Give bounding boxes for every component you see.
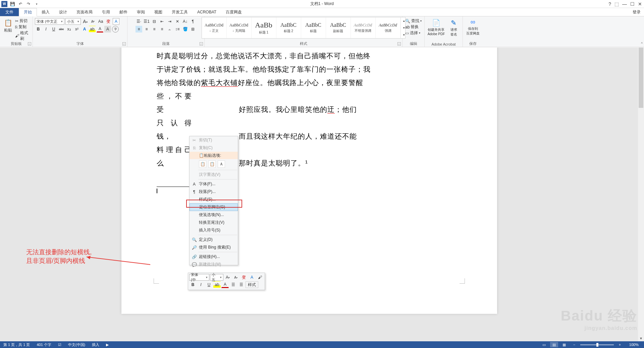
- scroll-thumb[interactable]: [639, 48, 643, 108]
- undo-icon[interactable]: ↶: [17, 1, 23, 7]
- strike-button[interactable]: abc: [58, 26, 65, 32]
- tab-home[interactable]: 开始: [19, 8, 37, 16]
- qat-customize-icon[interactable]: ▾: [34, 1, 40, 7]
- align-right-button[interactable]: ≡: [151, 26, 158, 32]
- login-link[interactable]: 登录: [633, 8, 644, 16]
- create-pdf-button[interactable]: 📄 创建并共享Adobe PDF: [427, 18, 446, 38]
- bullets-button[interactable]: ☰·: [136, 18, 142, 25]
- paste-button[interactable]: 📋 粘贴: [2, 18, 14, 42]
- tab-mailings[interactable]: 邮件: [115, 8, 132, 16]
- view-read-icon[interactable]: ▭: [540, 342, 548, 347]
- status-macro-icon[interactable]: ▶: [103, 343, 112, 347]
- styles-gallery[interactable]: AaBbCcDd↓ 正文 AaBbCcDd↓ 无间隔 AaBb标题 1 AaBb…: [202, 17, 406, 39]
- paste-merge-format[interactable]: 📋: [208, 160, 216, 168]
- mini-styles[interactable]: 样式: [246, 281, 258, 288]
- request-sign-button[interactable]: ✎ 请求签名: [447, 18, 461, 38]
- mini-shrink-font[interactable]: A▾: [232, 274, 239, 281]
- style-emphasis[interactable]: AaBbCcDd强调: [376, 17, 400, 38]
- ctx-paragraph[interactable]: ¶段落(P)...: [190, 188, 238, 196]
- multilevel-button[interactable]: ⊟: [151, 18, 158, 25]
- paste-text-only[interactable]: Ａ: [218, 160, 225, 168]
- mini-underline[interactable]: U: [205, 281, 213, 288]
- borders-button[interactable]: ⊞: [190, 26, 196, 32]
- mini-italic[interactable]: I: [197, 281, 205, 288]
- tab-design[interactable]: 设计: [54, 8, 72, 16]
- text-direction-button[interactable]: ✕: [174, 18, 181, 25]
- highlight-button[interactable]: ab: [89, 26, 96, 32]
- phonetic-button[interactable]: 变: [105, 18, 112, 25]
- line-spacing-button[interactable]: ↕≡: [174, 26, 181, 32]
- styles-launcher[interactable]: ⌐: [397, 42, 401, 46]
- zoom-out-icon[interactable]: −: [570, 342, 578, 347]
- bold-button[interactable]: B: [35, 26, 42, 32]
- font-launcher[interactable]: ⌐: [122, 42, 126, 46]
- ctx-insert-symbol[interactable]: 插入符号(S): [190, 226, 238, 234]
- mini-clear-format[interactable]: 🖌: [256, 274, 264, 281]
- paragraph-launcher[interactable]: ⌐: [200, 42, 203, 46]
- justify-button[interactable]: ≡: [159, 26, 165, 32]
- mini-bullets[interactable]: ☰: [229, 281, 237, 288]
- shrink-font-button[interactable]: A▾: [90, 18, 96, 25]
- tab-acrobat[interactable]: ACROBAT: [193, 8, 221, 16]
- ctx-goto-footnote[interactable]: 定位至脚注(G): [190, 203, 238, 211]
- char-border-button[interactable]: A: [113, 18, 119, 25]
- zoom-in-icon[interactable]: +: [616, 342, 624, 347]
- text-effects-button[interactable]: A: [81, 26, 88, 32]
- tab-developer[interactable]: 开发工具: [167, 8, 193, 16]
- style-title[interactable]: AaBbC标题: [301, 17, 326, 38]
- redo-icon[interactable]: ↷: [25, 1, 32, 7]
- ctx-define[interactable]: 🔍定义(D): [190, 236, 238, 243]
- distribute-button[interactable]: ⫠: [166, 26, 173, 32]
- style-subtle-emphasis[interactable]: AaBbCcDd不明显强调: [351, 17, 376, 38]
- vertical-scrollbar[interactable]: ▴ ▾: [638, 48, 644, 341]
- select-button[interactable]: ▭选择▾: [405, 30, 422, 36]
- tab-baidu[interactable]: 百度网盘: [221, 8, 247, 16]
- ctx-note-options[interactable]: 便笺选项(N)...: [190, 211, 238, 219]
- char-shading-button[interactable]: A: [104, 26, 111, 32]
- font-size-combo[interactable]: 小五: [65, 18, 81, 25]
- tab-review[interactable]: 审阅: [132, 8, 150, 16]
- status-proof-icon[interactable]: ☑: [55, 343, 65, 347]
- shading-button[interactable]: 🪣: [182, 26, 189, 32]
- decrease-indent-button[interactable]: ⇤: [159, 18, 165, 25]
- replace-button[interactable]: ab替换: [405, 24, 422, 30]
- mini-format-painter[interactable]: A: [248, 274, 256, 281]
- zoom-level[interactable]: 100%: [626, 343, 642, 347]
- collapse-ribbon-icon[interactable]: ^: [641, 42, 643, 46]
- cut-button[interactable]: ✂剪切: [15, 18, 31, 24]
- underline-button[interactable]: U: [50, 26, 57, 32]
- mini-phonetic[interactable]: 变: [240, 274, 248, 281]
- mini-size-combo[interactable]: 小五: [210, 274, 223, 281]
- increase-indent-button[interactable]: ⇥: [166, 18, 173, 25]
- align-center-button[interactable]: ≡: [143, 26, 150, 32]
- status-lang[interactable]: 中文(中国): [65, 342, 89, 347]
- minimize-icon[interactable]: —: [622, 1, 627, 7]
- document-page[interactable]: 时真是聪明过分，总觉他说话不大漂亮，非自己插嘴不可，但他终 于讲定了价钱；就送我…: [121, 48, 497, 314]
- font-family-combo[interactable]: 宋体 (中文正: [35, 18, 64, 25]
- tab-layout[interactable]: 页面布局: [72, 8, 97, 16]
- clipboard-launcher[interactable]: ⌐: [28, 42, 31, 46]
- tab-insert[interactable]: 插入: [37, 8, 54, 16]
- status-insert[interactable]: 插入: [89, 342, 103, 347]
- maximize-icon[interactable]: ☐: [630, 1, 635, 7]
- mini-highlight[interactable]: ab: [213, 281, 221, 288]
- tab-references[interactable]: 引用: [97, 8, 115, 16]
- find-button[interactable]: 🔍查找▾: [405, 18, 422, 24]
- enclose-button[interactable]: 字: [112, 26, 119, 32]
- view-print-icon[interactable]: ▤: [550, 342, 558, 347]
- sort-button[interactable]: A↓: [182, 18, 189, 25]
- tab-view[interactable]: 视图: [150, 8, 167, 16]
- style-heading1[interactable]: AaBb标题 1: [252, 17, 276, 38]
- style-subtitle[interactable]: AaBbC副标题: [326, 17, 351, 38]
- mini-grow-font[interactable]: A▴: [224, 274, 231, 281]
- ctx-bing-search[interactable]: 🔎使用 Bing 搜索(E): [190, 243, 238, 251]
- view-web-icon[interactable]: ▦: [560, 342, 568, 347]
- close-icon[interactable]: ✕: [638, 1, 642, 7]
- save-baidu-button[interactable]: ∞ 保存到百度网盘: [464, 17, 482, 37]
- subscript-button[interactable]: x₂: [66, 26, 72, 32]
- style-nospacing[interactable]: AaBbCcDd↓ 无间隔: [227, 17, 252, 38]
- numbering-button[interactable]: ☰1: [143, 18, 150, 25]
- format-painter-button[interactable]: 🖌格式刷: [15, 30, 31, 42]
- paste-keep-format[interactable]: 📋: [199, 160, 206, 168]
- ctx-styles[interactable]: 样式(S)...: [190, 196, 238, 203]
